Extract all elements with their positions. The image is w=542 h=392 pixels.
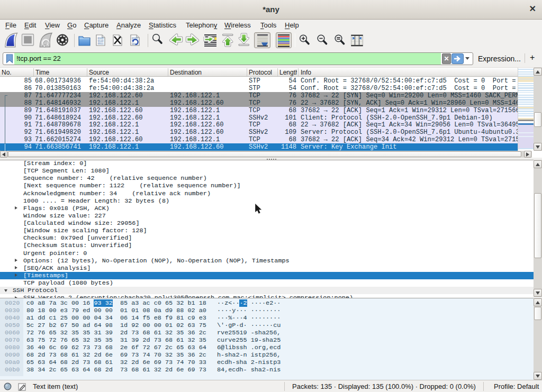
svg-text:0011: 0011 xyxy=(98,42,104,45)
